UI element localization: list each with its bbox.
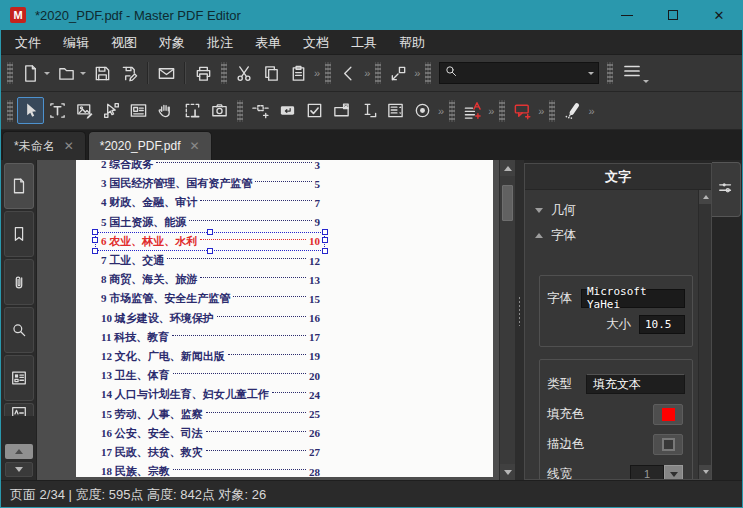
properties-panel-toggle-tab[interactable]	[712, 162, 741, 217]
selection-handle[interactable]	[92, 229, 98, 235]
menu-item-5[interactable]: 表单	[244, 30, 292, 55]
save-as-button[interactable]	[116, 60, 143, 87]
toolbar-overflow-chevron[interactable]: »	[488, 105, 493, 117]
selection-handle[interactable]	[322, 237, 328, 243]
paste-button[interactable]	[285, 60, 312, 87]
scrollbar-down-button[interactable]	[500, 464, 515, 480]
selection-handle[interactable]	[92, 237, 98, 243]
send-email-button[interactable]	[153, 60, 180, 87]
menu-item-8[interactable]: 帮助	[388, 30, 436, 55]
document-scrollbar[interactable]	[499, 160, 515, 480]
fit-selection-button[interactable]	[385, 60, 412, 87]
checkbox-field-button[interactable]	[301, 97, 328, 124]
toc-row[interactable]: 16 公安、安全、司法26	[101, 424, 320, 443]
geometry-section-header[interactable]: 几何	[535, 198, 711, 223]
document-tab-0[interactable]: *未命名✕	[2, 131, 86, 160]
panel-scrollbar[interactable]	[698, 190, 711, 479]
add-link-tool-button[interactable]	[247, 97, 274, 124]
add-text-annotation-button[interactable]	[459, 97, 486, 124]
camera-tool-button[interactable]	[206, 97, 233, 124]
select-tool-button[interactable]	[17, 97, 44, 124]
new-document-dropdown-icon[interactable]	[44, 72, 50, 78]
toc-row[interactable]: 4 财政、金融、审计7	[101, 193, 320, 212]
text-field-button[interactable]	[355, 97, 382, 124]
cut-button[interactable]	[231, 60, 258, 87]
toc-row[interactable]: 17 民政、扶贫、救灾27	[101, 443, 320, 462]
open-file-button[interactable]	[53, 60, 80, 87]
font-size-field[interactable]: 10.5	[639, 315, 685, 334]
toc-row[interactable]: 10 城乡建设、环境保护16	[101, 309, 320, 328]
toolbar-drag-handle[interactable]	[325, 62, 331, 84]
search-box[interactable]	[439, 62, 599, 84]
close-button[interactable]: ✕	[696, 0, 742, 30]
panel-splitter[interactable]	[515, 160, 524, 480]
combobox-field-button[interactable]	[328, 97, 355, 124]
menu-item-0[interactable]: 文件	[4, 30, 52, 55]
toolbar-drag-handle[interactable]	[449, 100, 455, 122]
maximize-button[interactable]	[650, 0, 696, 30]
font-section-header[interactable]: 字体	[535, 223, 711, 248]
toc-row[interactable]: 3 国民经济管理、国有资产监管5	[101, 174, 320, 193]
toc-row[interactable]: 14 人口与计划生育、妇女儿童工作24	[101, 385, 320, 404]
menu-item-7[interactable]: 工具	[340, 30, 388, 55]
search-panel-button[interactable]	[4, 307, 34, 353]
toc-row[interactable]: 11 科技、教育17	[101, 328, 320, 347]
bookmarks-button[interactable]	[4, 211, 34, 257]
toc-row[interactable]: 2 综合政务3	[101, 160, 320, 174]
menu-item-4[interactable]: 批注	[196, 30, 244, 55]
toc-row[interactable]: 6 农业、林业、水利10	[101, 232, 320, 251]
toc-row[interactable]: 18 民族、宗教28	[101, 462, 320, 477]
listbox-field-button[interactable]	[382, 97, 409, 124]
edit-text-tool-button[interactable]	[44, 97, 71, 124]
document-tab-1[interactable]: *2020_PDF.pdf✕	[88, 131, 212, 160]
line-width-dropdown-button[interactable]	[664, 465, 683, 480]
attachments-button[interactable]	[4, 259, 34, 305]
tab-close-icon[interactable]: ✕	[64, 139, 74, 153]
sidebar-scroll-up-button[interactable]	[5, 444, 33, 459]
toolbar-drag-handle[interactable]	[607, 62, 613, 84]
push-button-field-button[interactable]	[274, 97, 301, 124]
toolbar-drag-handle[interactable]	[549, 100, 555, 122]
add-callout-button[interactable]	[509, 97, 536, 124]
toc-row[interactable]: 8 商贸、海关、旅游13	[101, 270, 320, 289]
toc-row[interactable]: 9 市场监管、安全生产监管15	[101, 289, 320, 308]
panel-scroll-up-button[interactable]	[699, 190, 712, 204]
line-width-field[interactable]: 1	[630, 465, 664, 480]
marker-tool-button[interactable]	[559, 97, 586, 124]
form-fields-panel-button[interactable]	[4, 355, 34, 401]
hand-tool-button[interactable]	[152, 97, 179, 124]
panel-splitter-grip[interactable]	[517, 296, 522, 326]
panel-scroll-down-button[interactable]	[699, 465, 712, 479]
toolbar-overflow-chevron[interactable]: »	[364, 67, 369, 79]
stroke-color-button[interactable]	[653, 434, 683, 455]
scrollbar-up-button[interactable]	[500, 160, 515, 176]
menu-item-1[interactable]: 编辑	[52, 30, 100, 55]
toolbar-overflow-chevron[interactable]: »	[538, 105, 543, 117]
signatures-panel-button[interactable]	[4, 403, 34, 416]
selection-handle[interactable]	[322, 248, 328, 254]
pdf-page[interactable]: 2 综合政务33 国民经济管理、国有资产监管54 财政、金融、审计75 国土资源…	[76, 160, 493, 477]
toc-row[interactable]: 15 劳动、人事、监察25	[101, 404, 320, 423]
menu-item-6[interactable]: 文档	[292, 30, 340, 55]
edit-image-tool-button[interactable]	[71, 97, 98, 124]
tab-close-icon[interactable]: ✕	[189, 139, 199, 153]
page-thumbnails-button[interactable]	[4, 163, 34, 209]
toc-row[interactable]: 7 工业、交通12	[101, 251, 320, 270]
toolbar-drag-handle[interactable]	[375, 62, 381, 84]
selection-handle[interactable]	[322, 229, 328, 235]
toolbar-overflow-chevron[interactable]: »	[438, 105, 443, 117]
edit-forms-tool-button[interactable]	[125, 97, 152, 124]
copy-button[interactable]	[258, 60, 285, 87]
toolbar-drag-handle[interactable]	[221, 62, 227, 84]
toolbar-overflow-chevron[interactable]: »	[314, 67, 319, 79]
toolbar-drag-handle[interactable]	[425, 62, 431, 84]
radio-button-field-button[interactable]	[409, 97, 436, 124]
toolbar-drag-handle[interactable]	[499, 100, 505, 122]
sidebar-scroll-down-button[interactable]	[5, 462, 33, 477]
save-button[interactable]	[89, 60, 116, 87]
scrollbar-thumb[interactable]	[502, 185, 513, 221]
toolbar-overflow-chevron[interactable]: »	[588, 105, 593, 117]
edit-path-tool-button[interactable]	[98, 97, 125, 124]
toc-row[interactable]: 13 卫生、体育20	[101, 366, 320, 385]
main-menu-button[interactable]	[617, 59, 647, 87]
